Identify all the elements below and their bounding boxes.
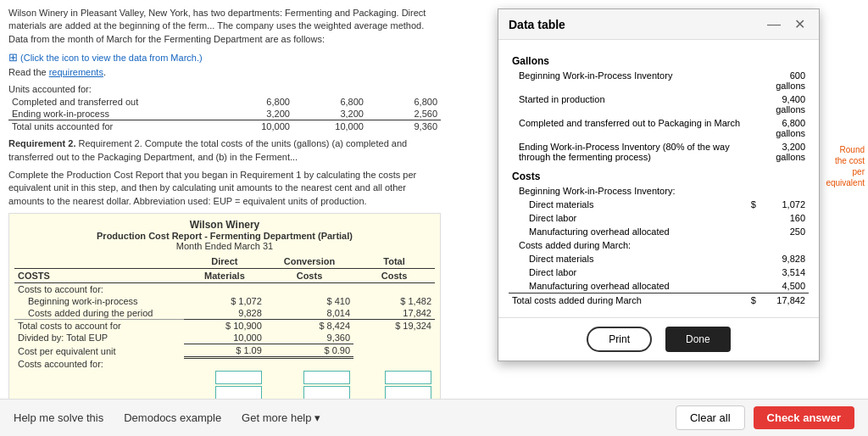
- prc-costs-added-c: 8,014: [265, 307, 353, 320]
- started-production-label: Started in production: [509, 92, 748, 116]
- print-button[interactable]: Print: [587, 327, 652, 352]
- units-row-t: 2,560: [367, 108, 441, 120]
- prc-col-conversion: Conversion: [265, 254, 353, 269]
- started-production-value: 9,400 gallons: [758, 92, 809, 116]
- ca-moh-value: 4,500: [758, 279, 809, 293]
- modal-footer: Print Done: [498, 317, 819, 361]
- prc-cpu-label: Cost per equivalent unit: [14, 344, 184, 358]
- prc-bwip-c: $ 410: [265, 295, 353, 307]
- prc-bwip-label: Beginning work-in-process: [14, 295, 184, 307]
- prc-total-costs-c: $ 8,424: [265, 320, 353, 333]
- table-row: Total costs to account for $ 10,900 $ 8,…: [14, 320, 435, 333]
- ca-dm-value: 9,828: [758, 252, 809, 266]
- prc-input-row1-c[interactable]: [303, 371, 350, 384]
- prc-col-empty: [14, 254, 184, 269]
- units-total-label: Total units accounted for: [8, 120, 220, 133]
- units-table: Completed and transferred out 6,800 6,80…: [8, 96, 441, 132]
- demodocs-link[interactable]: Demodocs example: [124, 411, 221, 424]
- dm-symbol: $: [748, 198, 758, 211]
- table-row: Ending Work-in-Process Inventory (80% of…: [509, 140, 809, 164]
- prc-bwip-t: $ 1,482: [353, 295, 435, 307]
- req2-desc: Complete the Production Cost Report that…: [8, 169, 441, 208]
- modal-overlay: Data table — ✕ Gallons Beginning Work-in…: [449, 0, 868, 399]
- prc-total-costs-label: Total costs to account for: [14, 320, 184, 333]
- table-row: [14, 370, 435, 385]
- help-me-solve-link[interactable]: Help me solve this: [14, 411, 103, 424]
- table-row: Direct materials 9,828: [509, 252, 809, 266]
- req2-text: Requirement 2. Requirement 2. Compute th…: [8, 137, 441, 164]
- check-answer-button[interactable]: Check answer: [754, 406, 854, 429]
- bwip-header: Beginning Work-in-Process Inventory:: [509, 184, 809, 198]
- bottom-left: Help me solve this Demodocs example Get …: [14, 411, 320, 424]
- modal-header: Data table — ✕: [498, 9, 819, 40]
- prc-input-row2-d[interactable]: [215, 386, 262, 399]
- units-row-c: 3,200: [293, 108, 367, 120]
- prc-costs-added-d: 9,828: [184, 307, 265, 320]
- prc-bwip-d: $ 1,072: [184, 295, 265, 307]
- prc-costs-added-t: 17,842: [353, 307, 435, 320]
- prc-col-total-sub: Costs: [353, 269, 435, 283]
- moh-label: Manufacturing overhead allocated: [509, 225, 748, 238]
- table-row: Beginning Work-in-Process Inventory 600 …: [509, 69, 809, 92]
- prc-divided-c: 9,360: [265, 332, 353, 344]
- prc-col-materials: Materials: [184, 269, 265, 283]
- prc-input-row1-t[interactable]: [385, 371, 431, 384]
- table-row: Manufacturing overhead allocated 4,500: [509, 279, 809, 293]
- prc-col-costs-sub: Costs: [265, 269, 353, 283]
- prc-input-row1-d[interactable]: [215, 371, 262, 384]
- table-row: Direct labor 3,514: [509, 266, 809, 279]
- bottom-bar: Help me solve this Demodocs example Get …: [0, 399, 868, 436]
- units-total-c: 10,000: [293, 120, 367, 133]
- done-button[interactable]: Done: [665, 327, 731, 352]
- modal-body: Gallons Beginning Work-in-Process Invent…: [498, 40, 819, 317]
- minimize-button[interactable]: —: [764, 17, 784, 32]
- table-row: Direct materials $ 1,072: [509, 198, 809, 211]
- bwip-inventory-label: Beginning Work-in-Process Inventory: [509, 69, 748, 92]
- prc-input-row1-label: [14, 370, 184, 385]
- units-row-label: Completed and transferred out: [8, 96, 220, 108]
- close-button[interactable]: ✕: [791, 16, 809, 32]
- units-row-d: 6,800: [220, 96, 293, 108]
- prc-divided-label: Divided by: Total EUP: [14, 332, 184, 344]
- main-container: Wilson Winery in Pleasant Valley, New Yo…: [0, 0, 868, 436]
- data-table-modal: Data table — ✕ Gallons Beginning Work-in…: [498, 8, 820, 361]
- prc-total-costs-d: $ 10,900: [184, 320, 265, 333]
- clear-all-button[interactable]: Clear all: [676, 405, 745, 430]
- ending-wip-value: 3,200 gallons: [758, 140, 809, 164]
- production-cost-report: Wilson Winery Production Cost Report - F…: [8, 213, 441, 399]
- prc-col-total: Total: [353, 254, 435, 269]
- units-label: Units accounted for:: [8, 84, 441, 94]
- table-row: Costs added during March:: [509, 238, 809, 252]
- table-row: Completed and transferred out 6,800 6,80…: [8, 96, 441, 108]
- requirements-link[interactable]: requirements: [49, 67, 103, 77]
- moh-value: 250: [758, 225, 809, 238]
- prc-title: Wilson Winery: [14, 219, 435, 231]
- prc-col-direct: Direct: [184, 254, 265, 269]
- prc-input-row2-label: [14, 385, 184, 399]
- ending-wip-label: Ending Work-in-Process Inventory (80% of…: [509, 140, 748, 164]
- prc-cpu-d: $ 1.09: [184, 344, 265, 358]
- data-table-inner: Gallons Beginning Work-in-Process Invent…: [509, 50, 809, 307]
- intro-text: Wilson Winery in Pleasant Valley, New Yo…: [8, 7, 441, 46]
- prc-input-row2-t[interactable]: [385, 386, 431, 399]
- units-row-label: Ending work-in-process: [8, 108, 220, 120]
- table-row: Beginning work-in-process $ 1,072 $ 410 …: [14, 295, 435, 307]
- march-data-link[interactable]: (Click the icon to view the data from Ma…: [20, 53, 203, 63]
- units-section: Units accounted for: Completed and trans…: [8, 84, 441, 132]
- table-row: Manufacturing overhead allocated 250: [509, 225, 809, 238]
- prc-col-costs-header: COSTS: [14, 269, 184, 283]
- dm-label: Direct materials: [509, 198, 748, 211]
- more-help-link[interactable]: Get more help ▾: [242, 411, 320, 424]
- prc-total-costs-t: $ 19,324: [353, 320, 435, 333]
- prc-input-row2-c[interactable]: [303, 386, 350, 399]
- units-total-row: Total units accounted for 10,000 10,000 …: [8, 120, 441, 133]
- table-row: [14, 385, 435, 399]
- modal-title: Data table: [509, 18, 565, 31]
- table-row: Beginning Work-in-Process Inventory:: [509, 184, 809, 198]
- costs-added-header: Costs added during March:: [509, 238, 809, 252]
- left-content: Wilson Winery in Pleasant Valley, New Yo…: [0, 0, 449, 399]
- prc-costs-accounted-header: Costs accounted for:: [14, 358, 184, 370]
- total-costs-added-label: Total costs added during March: [509, 293, 748, 308]
- ca-moh-label: Manufacturing overhead allocated: [509, 279, 748, 293]
- completed-transferred-value: 6,800 gallons: [758, 116, 809, 140]
